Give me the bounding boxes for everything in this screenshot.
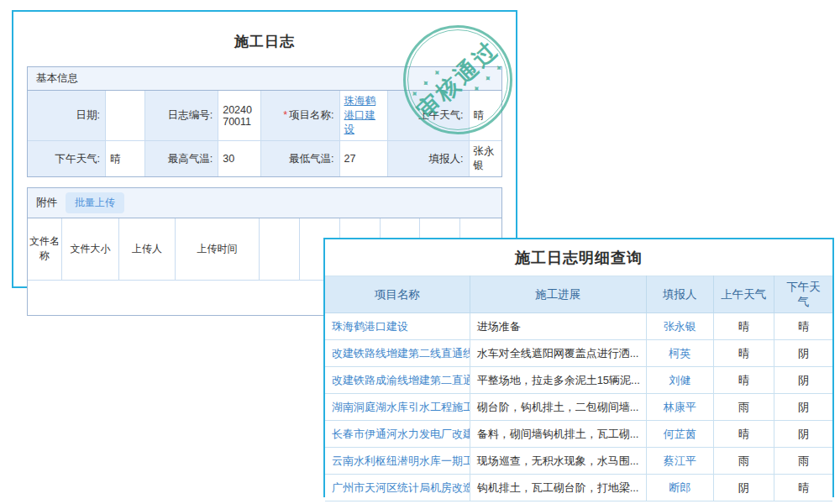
progress-cell: 备料，砌间墙钩机排土，瓦工砌... xyxy=(470,421,646,448)
col-upload-time: 上传时间 xyxy=(176,218,259,280)
col-am-weather: 上午天气 xyxy=(713,276,774,313)
reporter-cell[interactable]: 断郎 xyxy=(646,475,713,501)
project-name-cell[interactable]: 改建铁路线增建第二线直通线 xyxy=(325,340,470,367)
am-weather-cell: 晴 xyxy=(713,340,774,367)
max-temp-value: 30 xyxy=(218,141,261,177)
basic-info-grid: 日期: 日志编号: 2024070011 *项目名称: 珠海鹤港口建设 上午天气… xyxy=(28,91,501,176)
basic-info-section: 基本信息 日期: 日志编号: 2024070011 *项目名称: 珠海鹤港口建设… xyxy=(27,66,502,177)
pm-weather-cell: 阴 xyxy=(774,394,832,421)
am-weather-label: 上午天气: xyxy=(387,91,469,141)
log-panel-title: 施工日志 xyxy=(13,32,516,51)
log-number-value: 2024070011 xyxy=(218,91,261,141)
date-label: 日期: xyxy=(28,91,105,141)
attachments-section-title: 附件 xyxy=(36,196,57,210)
am-weather-cell: 晴 xyxy=(713,421,774,448)
col-uploader: 上传人 xyxy=(118,218,176,280)
progress-cell: 现场巡查，无积水现象，水马围... xyxy=(470,448,646,475)
col-project-name: 项目名称 xyxy=(325,276,470,313)
reporter-label: 填报人: xyxy=(387,141,469,177)
col-file-name: 文件名称 xyxy=(28,218,62,280)
progress-cell: 砌台阶，钩机排土，二包砌间墙... xyxy=(470,394,646,421)
project-name-cell[interactable]: 湖南洞庭湖水库引水工程施工 xyxy=(325,394,470,421)
pm-weather-cell: 晴 xyxy=(774,475,832,501)
project-name-label: *项目名称: xyxy=(260,91,339,141)
reporter-value: 张永银 xyxy=(469,141,501,177)
basic-info-section-title: 基本信息 xyxy=(36,71,78,86)
project-name-cell[interactable]: 珠海鹤港口建设 xyxy=(325,313,470,340)
table-row: 长春市伊通河水力发电厂改建工 备料，砌间墙钩机排土，瓦工砌... 何芷茵 晴 阴 xyxy=(325,421,832,448)
log-number-label: 日志编号: xyxy=(144,91,218,141)
max-temp-label: 最高气温: xyxy=(144,141,218,177)
reporter-cell[interactable]: 柯英 xyxy=(646,340,713,367)
am-weather-cell: 雨 xyxy=(713,448,774,475)
project-name-cell[interactable]: 云南水利枢纽潜明水库一期工程 xyxy=(325,448,470,475)
project-name-cell[interactable]: 广州市天河区统计局机房改造项 xyxy=(325,475,470,501)
project-name-cell[interactable]: 改建铁路成渝线增建第二直通线 xyxy=(325,367,470,394)
query-table-body: 珠海鹤港口建设 进场准备 张永银 晴 晴 改建铁路线增建第二线直通线 水车对全线… xyxy=(325,313,832,501)
table-row: 改建铁路成渝线增建第二直通线 平整场地，拉走多余泥土15辆泥... 刘健 晴 阴 xyxy=(325,367,832,394)
pm-weather-label: 下午天气: xyxy=(28,141,105,177)
required-asterisk: * xyxy=(283,109,287,121)
project-name-value: 珠海鹤港口建设 xyxy=(339,91,387,141)
table-row: 云南水利枢纽潜明水库一期工程 现场巡查，无积水现象，水马围... 蔡江平 雨 雨 xyxy=(325,448,832,475)
am-weather-cell: 雨 xyxy=(713,394,774,421)
col-reporter: 填报人 xyxy=(646,276,713,313)
progress-cell: 钩机排土，瓦工砌台阶，打地梁... xyxy=(470,475,646,501)
col-pm-weather: 下午天气 xyxy=(774,276,832,313)
am-weather-cell: 阴 xyxy=(713,475,774,501)
reporter-cell[interactable]: 何芷茵 xyxy=(646,421,713,448)
min-temp-label: 最低气温: xyxy=(260,141,339,177)
pm-weather-cell: 阴 xyxy=(774,421,832,448)
log-detail-query-panel: 施工日志明细查询 项目名称 施工进展 填报人 上午天气 下午天气 珠海鹤港口建设… xyxy=(323,238,834,497)
am-weather-value: 晴 xyxy=(469,91,501,141)
pm-weather-value: 晴 xyxy=(105,141,144,177)
table-row: 湖南洞庭湖水库引水工程施工 砌台阶，钩机排土，二包砌间墙... 林康平 雨 阴 xyxy=(325,394,832,421)
project-name-cell[interactable]: 长春市伊通河水力发电厂改建工 xyxy=(325,421,470,448)
basic-info-section-header: 基本信息 xyxy=(28,67,501,91)
col-progress: 施工进展 xyxy=(470,276,646,313)
pm-weather-cell: 阴 xyxy=(774,340,832,367)
attachments-section-header: 附件 批量上传 xyxy=(28,188,501,218)
empty-column-header xyxy=(259,218,299,280)
reporter-cell[interactable]: 刘健 xyxy=(646,367,713,394)
progress-cell: 平整场地，拉走多余泥土15辆泥... xyxy=(470,367,646,394)
pm-weather-cell: 阴 xyxy=(774,367,832,394)
pm-weather-cell: 雨 xyxy=(774,448,832,475)
table-row: 珠海鹤港口建设 进场准备 张永银 晴 晴 xyxy=(325,313,832,340)
am-weather-cell: 晴 xyxy=(713,313,774,340)
col-file-size: 文件大小 xyxy=(62,218,119,280)
progress-cell: 水车对全线遮阳网覆盖点进行洒... xyxy=(470,340,646,367)
table-row: 改建铁路线增建第二线直通线 水车对全线遮阳网覆盖点进行洒... 柯英 晴 阴 xyxy=(325,340,832,367)
batch-upload-button[interactable]: 批量上传 xyxy=(66,192,124,213)
date-value[interactable] xyxy=(105,91,144,141)
reporter-cell[interactable]: 林康平 xyxy=(646,394,713,421)
reporter-cell[interactable]: 蔡江平 xyxy=(646,448,713,475)
pm-weather-cell: 晴 xyxy=(774,313,832,340)
project-name-link[interactable]: 珠海鹤港口建设 xyxy=(344,95,376,135)
query-table: 项目名称 施工进展 填报人 上午天气 下午天气 珠海鹤港口建设 进场准备 张永银… xyxy=(325,276,832,501)
min-temp-value: 27 xyxy=(339,141,387,177)
am-weather-cell: 晴 xyxy=(713,367,774,394)
reporter-cell[interactable]: 张永银 xyxy=(646,313,713,340)
table-row: 广州市天河区统计局机房改造项 钩机排土，瓦工砌台阶，打地梁... 断郎 阴 晴 xyxy=(325,475,832,501)
progress-cell: 进场准备 xyxy=(470,313,646,340)
query-panel-title: 施工日志明细查询 xyxy=(325,248,832,268)
